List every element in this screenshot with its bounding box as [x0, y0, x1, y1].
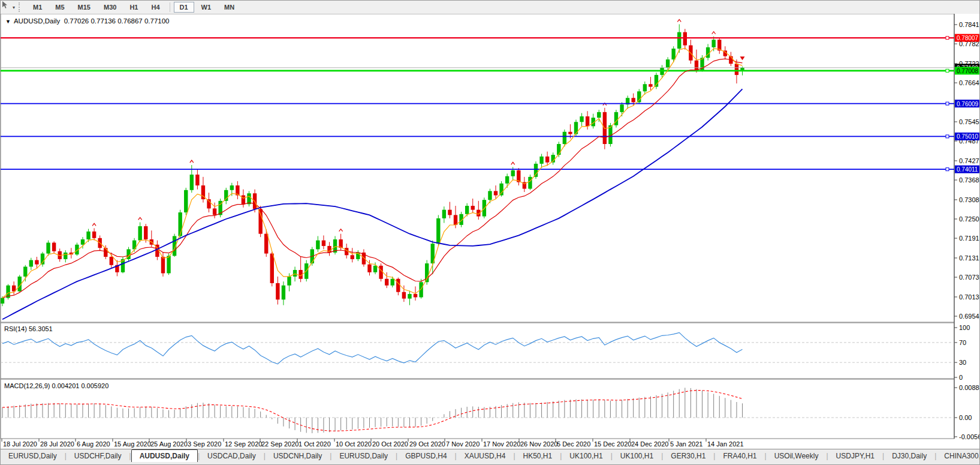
level-handle[interactable]	[946, 37, 949, 40]
candle	[505, 176, 509, 184]
chart-tab-fra40-h1[interactable]: FRA40,H1	[715, 449, 764, 462]
chart-tab-usdchf-daily[interactable]: USDCHF,Daily	[67, 449, 129, 462]
candle	[81, 239, 85, 245]
timeframe-button-m30[interactable]: M30	[98, 2, 122, 13]
date-label[interactable]: 15 Dec 2020	[594, 440, 631, 448]
chart-canvas[interactable]: 0.784100.778250.772250.766400.754550.748…	[1, 14, 980, 465]
macd-tick-label: 0.00884	[959, 384, 980, 391]
date-label[interactable]: 1 Oct 2020	[298, 440, 331, 448]
candle	[322, 241, 325, 246]
candle	[64, 253, 67, 259]
price-tick-label: 0.78410	[959, 21, 980, 28]
date-label[interactable]: 18 Jul 2020	[3, 440, 37, 448]
price-tick-label: 0.71315	[959, 254, 980, 262]
collapse-chart-icon[interactable]: ▼	[5, 19, 11, 25]
candle	[448, 210, 451, 215]
cursor-tool-icon[interactable]	[1, 2, 13, 13]
chart-tab-gbpusd-h4[interactable]: GBPUSD,H4	[397, 449, 454, 462]
date-label[interactable]: 12 Sep 2020	[225, 440, 262, 448]
chart-tab-usdcad-daily[interactable]: USDCAD,Daily	[200, 449, 264, 462]
timeframe-button-h1[interactable]: H1	[123, 2, 144, 13]
price-tick-label: 0.70130	[959, 293, 980, 301]
price-tick-label: 0.71915	[959, 235, 980, 242]
timeframe-button-m15[interactable]: M15	[72, 2, 97, 13]
toolbar-grip[interactable]	[19, 2, 23, 12]
rsi-tick-label: 0	[959, 374, 963, 381]
macd-main-value: 0.004201	[52, 382, 79, 389]
candle	[545, 157, 549, 163]
date-label[interactable]: 24 Dec 2020	[631, 440, 668, 448]
candle	[52, 242, 56, 251]
date-label[interactable]: 22 Sep 2020	[261, 440, 298, 448]
price-tick-label: 0.73085	[959, 196, 980, 203]
candle	[270, 254, 274, 283]
date-label[interactable]: 3 Sep 2020	[188, 440, 221, 448]
chart-tab-china300-h1[interactable]: CHINA300,H1	[936, 449, 980, 462]
date-label[interactable]: 29 Oct 2020	[409, 440, 445, 448]
chart-tab-uk100-h1[interactable]: UK100,H1	[562, 449, 610, 462]
candle	[396, 279, 400, 292]
chart-tab-ger30-h1[interactable]: GER30,H1	[663, 449, 713, 462]
candle	[178, 212, 182, 236]
date-label[interactable]: 20 Oct 2020	[372, 440, 408, 448]
timeframe-button-h4[interactable]: H4	[145, 2, 165, 13]
chart-tab-usoil-weekly[interactable]: USOil,Weekly	[767, 449, 827, 462]
level-handle[interactable]	[946, 69, 949, 72]
candle	[104, 248, 107, 257]
macd-signal-value: 0.005920	[81, 382, 108, 389]
chart-tab-usdcnh-daily[interactable]: USDCNH,Daily	[266, 449, 330, 462]
candle	[614, 112, 618, 125]
date-label[interactable]: 15 Aug 2020	[114, 440, 151, 448]
candle	[351, 255, 354, 259]
rsi-tick-label: 30	[959, 359, 966, 366]
chart-tab-eurusd-daily[interactable]: EURUSD,Daily	[331, 449, 396, 462]
date-label[interactable]: 14 Jan 2021	[707, 440, 744, 448]
date-label[interactable]: 10 Oct 2020	[336, 440, 372, 448]
candle	[1, 298, 4, 304]
chart-tab-uk100-h1[interactable]: UK100,H1	[613, 449, 661, 462]
candle	[563, 132, 566, 144]
date-label[interactable]: 5 Dec 2020	[557, 440, 590, 448]
macd-tick-label: 0.00	[959, 414, 972, 421]
chart-tab-xauusd-h4[interactable]: XAUUSD,H4	[457, 449, 514, 462]
candle	[264, 234, 268, 254]
candle	[671, 49, 675, 59]
cursor-tool-dropdown-icon[interactable]: ▾	[13, 5, 15, 10]
timeframe-button-mn[interactable]: MN	[218, 2, 240, 13]
rsi-tick-label: 70	[959, 339, 966, 346]
candle	[258, 209, 262, 234]
level-handle[interactable]	[946, 168, 949, 171]
date-label[interactable]: 25 Aug 2020	[150, 440, 188, 448]
candle	[110, 257, 113, 265]
price-badge-label: 0.76009	[957, 101, 979, 107]
candle	[46, 242, 50, 253]
rsi-indicator-label: RSI(14) 56.3051	[4, 325, 53, 332]
chart-tab-eurusd-daily[interactable]: EURUSD,Daily	[1, 449, 65, 462]
chart-header: ▼AUDUSD,Daily 0.77026 0.77136 0.76867 0.…	[5, 17, 170, 25]
date-label[interactable]: 17 Nov 2020	[483, 440, 520, 448]
date-label[interactable]: 5 Jan 2021	[670, 440, 702, 448]
timeframe-button-w1[interactable]: W1	[195, 2, 218, 13]
candle	[367, 265, 371, 272]
timeframe-button-m1[interactable]: M1	[27, 2, 48, 13]
chart-tab-usdjpy-h1[interactable]: USDJPY,H1	[828, 449, 882, 462]
date-label[interactable]: 26 Nov 2020	[520, 440, 557, 448]
timeframe-button-m5[interactable]: M5	[49, 2, 70, 13]
candle	[454, 215, 457, 224]
price-badge-label: 0.74011	[957, 166, 978, 173]
candle	[695, 61, 698, 70]
chart-tab-hk50-h1[interactable]: HK50,H1	[515, 449, 560, 462]
date-label[interactable]: 6 Aug 2020	[77, 440, 110, 448]
level-handle[interactable]	[946, 135, 949, 138]
macd-indicator-label: MACD(12,26,9) 0.004201 0.005920	[4, 382, 108, 389]
candle	[511, 170, 515, 176]
date-label[interactable]: 7 Nov 2020	[446, 440, 480, 448]
candle	[29, 260, 33, 267]
timeframe-button-d1[interactable]: D1	[174, 2, 194, 13]
chart-tab-dj30-daily[interactable]: DJ30,Daily	[884, 449, 934, 462]
mt4-window: ▾ M1M5M15M30H1H4D1W1MN 0.784100.778250.7…	[0, 0, 980, 465]
date-label[interactable]: 28 Jul 2020	[40, 440, 74, 448]
level-handle[interactable]	[946, 102, 949, 105]
chart-tab-audusd-daily[interactable]: AUDUSD,Daily	[131, 449, 198, 462]
candle	[637, 91, 641, 102]
